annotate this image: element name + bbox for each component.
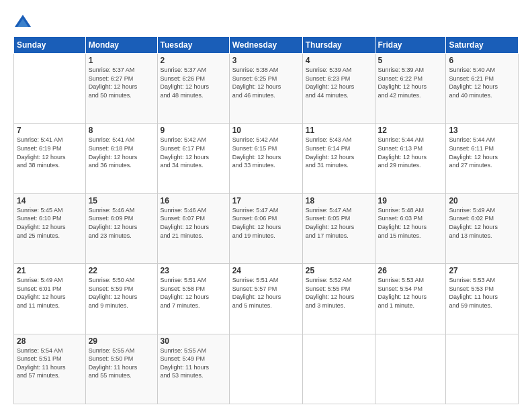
day-info: Sunrise: 5:37 AM Sunset: 6:27 PM Dayligh… — [89, 66, 154, 99]
logo — [13, 12, 35, 31]
day-number: 9 — [161, 126, 226, 135]
day-cell — [375, 334, 446, 404]
day-info: Sunrise: 5:46 AM Sunset: 6:09 PM Dayligh… — [89, 206, 154, 240]
calendar-table: SundayMondayTuesdayWednesdayThursdayFrid… — [13, 36, 519, 404]
day-number: 8 — [89, 126, 154, 135]
week-row-3: 14Sunrise: 5:45 AM Sunset: 6:10 PM Dayli… — [14, 193, 519, 263]
day-number: 4 — [306, 56, 372, 65]
day-info: Sunrise: 5:53 AM Sunset: 5:53 PM Dayligh… — [449, 276, 515, 310]
day-cell: 21Sunrise: 5:49 AM Sunset: 6:01 PM Dayli… — [14, 264, 86, 334]
day-cell: 29Sunrise: 5:55 AM Sunset: 5:50 PM Dayli… — [85, 334, 157, 404]
day-info: Sunrise: 5:52 AM Sunset: 5:55 PM Dayligh… — [306, 276, 372, 310]
header-cell-wednesday: Wednesday — [229, 37, 302, 54]
day-cell: 8Sunrise: 5:41 AM Sunset: 6:18 PM Daylig… — [85, 124, 157, 193]
day-info: Sunrise: 5:54 AM Sunset: 5:51 PM Dayligh… — [17, 347, 83, 380]
day-number: 5 — [378, 56, 443, 65]
day-number: 28 — [17, 336, 83, 346]
day-info: Sunrise: 5:47 AM Sunset: 6:06 PM Dayligh… — [232, 206, 300, 240]
day-number: 27 — [449, 266, 515, 275]
logo-icon — [13, 12, 32, 31]
day-number: 24 — [232, 266, 300, 275]
day-cell — [446, 334, 519, 404]
day-cell: 30Sunrise: 5:55 AM Sunset: 5:49 PM Dayli… — [157, 334, 229, 404]
header-cell-thursday: Thursday — [302, 37, 375, 54]
day-cell: 16Sunrise: 5:46 AM Sunset: 6:07 PM Dayli… — [157, 193, 229, 263]
day-cell: 10Sunrise: 5:42 AM Sunset: 6:15 PM Dayli… — [229, 124, 302, 193]
day-number: 13 — [449, 126, 515, 135]
day-cell: 22Sunrise: 5:50 AM Sunset: 5:59 PM Dayli… — [85, 264, 157, 334]
day-cell: 11Sunrise: 5:43 AM Sunset: 6:14 PM Dayli… — [302, 124, 375, 193]
day-cell: 5Sunrise: 5:39 AM Sunset: 6:22 PM Daylig… — [375, 54, 446, 124]
day-cell — [302, 334, 375, 404]
day-number: 12 — [378, 126, 443, 135]
day-number: 17 — [232, 196, 300, 205]
day-number: 7 — [17, 126, 83, 135]
day-cell: 17Sunrise: 5:47 AM Sunset: 6:06 PM Dayli… — [229, 193, 302, 263]
day-cell: 20Sunrise: 5:49 AM Sunset: 6:02 PM Dayli… — [446, 193, 519, 263]
day-info: Sunrise: 5:49 AM Sunset: 6:02 PM Dayligh… — [449, 206, 515, 240]
day-cell: 28Sunrise: 5:54 AM Sunset: 5:51 PM Dayli… — [14, 334, 86, 404]
day-info: Sunrise: 5:48 AM Sunset: 6:03 PM Dayligh… — [378, 206, 443, 240]
calendar-body: 1Sunrise: 5:37 AM Sunset: 6:27 PM Daylig… — [14, 54, 519, 404]
week-row-4: 21Sunrise: 5:49 AM Sunset: 6:01 PM Dayli… — [14, 264, 519, 334]
day-number: 15 — [89, 196, 154, 205]
day-number: 1 — [89, 56, 154, 65]
day-info: Sunrise: 5:41 AM Sunset: 6:19 PM Dayligh… — [17, 136, 83, 169]
day-info: Sunrise: 5:44 AM Sunset: 6:11 PM Dayligh… — [449, 136, 515, 169]
day-info: Sunrise: 5:50 AM Sunset: 5:59 PM Dayligh… — [89, 276, 154, 310]
day-cell: 1Sunrise: 5:37 AM Sunset: 6:27 PM Daylig… — [85, 54, 157, 124]
day-info: Sunrise: 5:38 AM Sunset: 6:25 PM Dayligh… — [232, 66, 300, 99]
day-info: Sunrise: 5:39 AM Sunset: 6:23 PM Dayligh… — [306, 66, 372, 99]
day-info: Sunrise: 5:44 AM Sunset: 6:13 PM Dayligh… — [378, 136, 443, 169]
day-info: Sunrise: 5:47 AM Sunset: 6:05 PM Dayligh… — [306, 206, 372, 240]
day-cell: 18Sunrise: 5:47 AM Sunset: 6:05 PM Dayli… — [302, 193, 375, 263]
day-info: Sunrise: 5:55 AM Sunset: 5:49 PM Dayligh… — [161, 347, 226, 380]
day-info: Sunrise: 5:43 AM Sunset: 6:14 PM Dayligh… — [306, 136, 372, 169]
day-info: Sunrise: 5:51 AM Sunset: 5:58 PM Dayligh… — [161, 276, 226, 310]
day-cell: 4Sunrise: 5:39 AM Sunset: 6:23 PM Daylig… — [302, 54, 375, 124]
day-cell: 6Sunrise: 5:40 AM Sunset: 6:21 PM Daylig… — [446, 54, 519, 124]
day-cell — [14, 54, 86, 124]
day-number: 14 — [17, 196, 83, 205]
day-number: 30 — [161, 336, 226, 346]
header-cell-tuesday: Tuesday — [157, 37, 229, 54]
day-number: 23 — [161, 266, 226, 275]
page-header — [13, 12, 519, 31]
day-cell: 26Sunrise: 5:53 AM Sunset: 5:54 PM Dayli… — [375, 264, 446, 334]
day-number: 6 — [449, 56, 515, 65]
calendar-header: SundayMondayTuesdayWednesdayThursdayFrid… — [14, 37, 519, 54]
day-cell: 2Sunrise: 5:37 AM Sunset: 6:26 PM Daylig… — [157, 54, 229, 124]
day-info: Sunrise: 5:42 AM Sunset: 6:15 PM Dayligh… — [232, 136, 300, 169]
calendar-page: SundayMondayTuesdayWednesdayThursdayFrid… — [0, 0, 532, 411]
day-cell: 25Sunrise: 5:52 AM Sunset: 5:55 PM Dayli… — [302, 264, 375, 334]
day-info: Sunrise: 5:49 AM Sunset: 6:01 PM Dayligh… — [17, 276, 83, 310]
day-number: 29 — [89, 336, 154, 346]
day-info: Sunrise: 5:51 AM Sunset: 5:57 PM Dayligh… — [232, 276, 300, 310]
day-number: 26 — [378, 266, 443, 275]
day-cell — [229, 334, 302, 404]
day-number: 18 — [306, 196, 372, 205]
header-row: SundayMondayTuesdayWednesdayThursdayFrid… — [14, 37, 519, 54]
day-cell: 3Sunrise: 5:38 AM Sunset: 6:25 PM Daylig… — [229, 54, 302, 124]
day-cell: 12Sunrise: 5:44 AM Sunset: 6:13 PM Dayli… — [375, 124, 446, 193]
header-cell-monday: Monday — [85, 37, 157, 54]
day-info: Sunrise: 5:45 AM Sunset: 6:10 PM Dayligh… — [17, 206, 83, 240]
day-number: 25 — [306, 266, 372, 275]
day-number: 2 — [161, 56, 226, 65]
day-cell: 14Sunrise: 5:45 AM Sunset: 6:10 PM Dayli… — [14, 193, 86, 263]
day-number: 11 — [306, 126, 372, 135]
day-cell: 27Sunrise: 5:53 AM Sunset: 5:53 PM Dayli… — [446, 264, 519, 334]
day-cell: 9Sunrise: 5:42 AM Sunset: 6:17 PM Daylig… — [157, 124, 229, 193]
day-info: Sunrise: 5:37 AM Sunset: 6:26 PM Dayligh… — [161, 66, 226, 99]
day-number: 20 — [449, 196, 515, 205]
day-number: 22 — [89, 266, 154, 275]
day-cell: 19Sunrise: 5:48 AM Sunset: 6:03 PM Dayli… — [375, 193, 446, 263]
day-number: 21 — [17, 266, 83, 275]
day-info: Sunrise: 5:41 AM Sunset: 6:18 PM Dayligh… — [89, 136, 154, 169]
week-row-5: 28Sunrise: 5:54 AM Sunset: 5:51 PM Dayli… — [14, 334, 519, 404]
day-cell: 15Sunrise: 5:46 AM Sunset: 6:09 PM Dayli… — [85, 193, 157, 263]
day-info: Sunrise: 5:55 AM Sunset: 5:50 PM Dayligh… — [89, 347, 154, 380]
day-info: Sunrise: 5:40 AM Sunset: 6:21 PM Dayligh… — [449, 66, 515, 99]
header-cell-friday: Friday — [375, 37, 446, 54]
day-info: Sunrise: 5:46 AM Sunset: 6:07 PM Dayligh… — [161, 206, 226, 240]
